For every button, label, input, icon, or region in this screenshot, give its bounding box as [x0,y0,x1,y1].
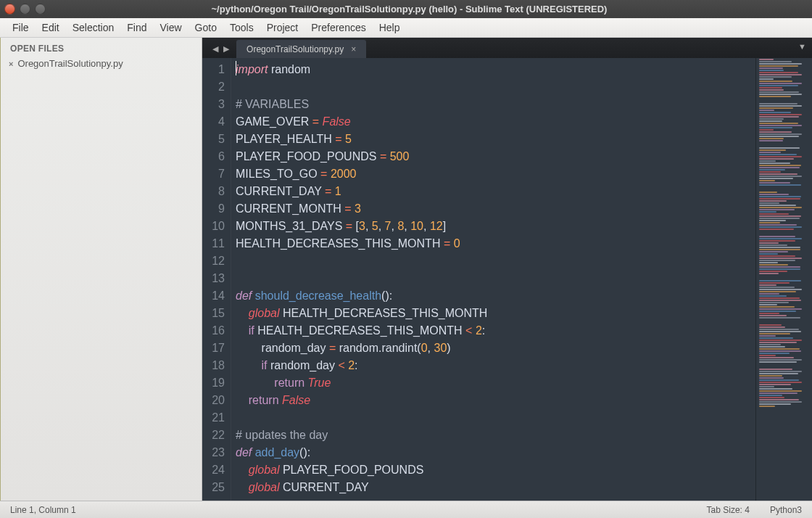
code-line[interactable]: # updates the day [236,427,755,444]
code-line[interactable]: CURRENT_DAY = 1 [236,183,755,200]
code-line[interactable] [236,409,755,427]
gutter: 1234567891011121314151617181920212223242… [202,58,231,501]
code-line[interactable]: PLAYER_HEALTH = 5 [236,131,755,148]
code-line[interactable]: if HEALTH_DECREASES_THIS_MONTH < 2: [236,322,755,340]
code-line[interactable]: global PLAYER_FOOD_POUNDS [236,461,755,479]
window-title: ~/python/Oregon Trail/OregonTrailSolutio… [54,4,808,15]
code-line[interactable]: def should_decrease_health(): [236,287,755,305]
maximize-icon[interactable] [35,4,46,15]
minimize-icon[interactable] [20,4,30,15]
close-tab-icon[interactable]: × [351,44,356,54]
tab-label: OregonTrailSolutionpy.py [246,44,344,54]
code-line[interactable]: HEALTH_DECREASES_THIS_MONTH = 0 [236,235,755,252]
code-line[interactable]: global CURRENT_DAY [236,479,755,496]
status-position[interactable]: Line 1, Column 1 [10,505,76,515]
code-line[interactable] [236,270,755,287]
tab-strip: ◀ ▶ OregonTrailSolutionpy.py × ▼ [202,38,812,58]
status-tabsize[interactable]: Tab Size: 4 [707,505,750,515]
code-line[interactable]: global HEALTH_DECREASES_THIS_MONTH [236,305,755,322]
code-line[interactable]: if random_day < 2: [236,357,755,374]
menu-preferences[interactable]: Preferences [304,19,372,36]
code-line[interactable]: MILES_TO_GO = 2000 [236,165,755,183]
menu-selection[interactable]: Selection [66,19,121,36]
minimap[interactable] [755,58,812,501]
code-line[interactable]: CURRENT_MONTH = 3 [236,200,755,218]
open-files-header: OPEN FILES [0,42,202,57]
sidebar: OPEN FILES ×OregonTrailSolutionpy.py [0,38,202,501]
menubar: FileEditSelectionFindViewGotoToolsProjec… [0,18,812,38]
menu-help[interactable]: Help [373,19,407,36]
menu-tools[interactable]: Tools [223,19,260,36]
close-icon[interactable] [4,4,15,15]
tab-dropdown-icon[interactable]: ▼ [798,42,806,51]
menu-view[interactable]: View [154,19,188,36]
code-line[interactable]: return True [236,374,755,392]
close-file-icon[interactable]: × [9,59,13,68]
code-line[interactable]: # VARIABLES [236,96,755,113]
status-syntax[interactable]: Python3 [770,505,802,515]
nav-arrows[interactable]: ◀ ▶ [207,44,236,58]
menu-file[interactable]: File [6,19,36,36]
code-line[interactable]: GAME_OVER = False [236,113,755,131]
open-file-item[interactable]: ×OregonTrailSolutionpy.py [0,57,202,70]
code-line[interactable]: import random [236,61,755,78]
code-line[interactable] [236,252,755,270]
titlebar: ~/python/Oregon Trail/OregonTrailSolutio… [0,0,812,18]
code-line[interactable]: return False [236,392,755,409]
code-line[interactable]: def add_day(): [236,444,755,461]
statusbar: Line 1, Column 1 Tab Size: 4 Python3 [0,501,812,518]
menu-edit[interactable]: Edit [36,19,66,36]
tab-active[interactable]: OregonTrailSolutionpy.py × [236,40,366,58]
menu-project[interactable]: Project [260,19,305,36]
menu-find[interactable]: Find [120,19,153,36]
code-line[interactable]: PLAYER_FOOD_POUNDS = 500 [236,148,755,165]
menu-goto[interactable]: Goto [188,19,223,36]
code-line[interactable]: MONTHS_31_DAYS = [3, 5, 7, 8, 10, 12] [236,218,755,235]
code-line[interactable] [236,78,755,96]
code-editor[interactable]: import random # VARIABLESGAME_OVER = Fal… [231,58,755,501]
code-line[interactable]: random_day = random.randint(0, 30) [236,340,755,357]
